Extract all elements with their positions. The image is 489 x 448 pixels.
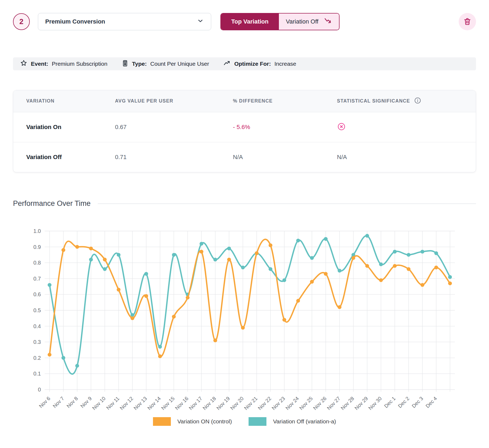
svg-text:Nov 29: Nov 29 (353, 396, 369, 411)
legend-variation-off[interactable]: Variation Off (variation-a) (249, 417, 336, 426)
meta-optimize: Optimize For: Increase (223, 60, 296, 68)
x-circle-icon (337, 127, 346, 132)
top-variation-value[interactable]: Variation Off (279, 14, 339, 30)
series-line-variation-off-variation-a- (50, 236, 450, 374)
meta-type-label: Type: (132, 61, 147, 67)
meta-type: Type: Count Per Unique User (122, 60, 209, 68)
svg-text:0.4: 0.4 (33, 323, 41, 329)
svg-text:Nov 27: Nov 27 (326, 396, 341, 411)
col-significance: STATISTICAL SIGNIFICANCE (337, 90, 476, 112)
col-variation: VARIATION (13, 90, 115, 112)
svg-text:Nov 21: Nov 21 (243, 396, 258, 411)
svg-text:0: 0 (38, 387, 41, 393)
chevron-down-icon (197, 17, 204, 26)
metric-meta-bar: Event: Premium Subscription Type: Count … (13, 57, 476, 70)
variation-name: Variation On (13, 112, 115, 142)
svg-text:Dec 3: Dec 3 (411, 396, 424, 409)
svg-text:0.9: 0.9 (33, 244, 41, 250)
svg-text:Nov 6: Nov 6 (38, 396, 51, 409)
trending-down-icon (324, 17, 332, 27)
variation-name: Variation Off (13, 142, 115, 172)
svg-text:1.0: 1.0 (33, 228, 41, 234)
svg-text:Nov 23: Nov 23 (270, 396, 286, 411)
metric-header-row: 2 Premium Conversion Top Variation Varia… (13, 13, 476, 30)
svg-text:Nov 17: Nov 17 (188, 396, 203, 411)
svg-text:Nov 26: Nov 26 (312, 396, 327, 411)
calculator-icon (122, 60, 129, 68)
meta-event-label: Event: (31, 61, 48, 67)
difference-value: - 5.6% (233, 112, 337, 142)
table-row-variation-off: Variation Off 0.71 N/A N/A (13, 142, 476, 172)
svg-text:0.1: 0.1 (33, 371, 41, 377)
star-icon (20, 60, 27, 68)
svg-text:Nov 16: Nov 16 (174, 396, 189, 411)
svg-text:0.5: 0.5 (33, 307, 41, 313)
info-icon[interactable] (414, 97, 421, 106)
chart-title-row: Performance Over Time (13, 199, 476, 208)
meta-optimize-value: Increase (275, 61, 296, 67)
svg-text:Nov 25: Nov 25 (298, 396, 314, 411)
svg-text:Nov 15: Nov 15 (160, 396, 175, 411)
chart-title: Performance Over Time (13, 199, 91, 208)
table-row-variation-on: Variation On 0.67 - 5.6% (13, 112, 476, 142)
svg-text:0.7: 0.7 (33, 276, 41, 282)
svg-text:Nov 13: Nov 13 (132, 396, 148, 411)
svg-text:Nov 8: Nov 8 (66, 396, 79, 409)
svg-text:Nov 11: Nov 11 (105, 396, 120, 411)
metric-index-badge: 2 (13, 13, 30, 30)
svg-text:Nov 19: Nov 19 (215, 396, 231, 411)
delete-metric-button[interactable] (459, 13, 476, 30)
metric-dropdown-value: Premium Conversion (45, 18, 105, 25)
title-divider (98, 203, 476, 204)
chart-legend: Variation ON (control) Variation Off (va… (13, 417, 476, 426)
svg-text:Dec 2: Dec 2 (397, 396, 410, 409)
performance-chart: 1.00.90.80.70.60.50.40.30.20.10Nov 6Nov … (13, 215, 476, 414)
legend-swatch-teal (249, 417, 266, 426)
significance-value: N/A (337, 142, 476, 172)
variation-results-table: VARIATION AVG VALUE PER USER % DIFFERENC… (13, 90, 476, 172)
svg-text:Dec 1: Dec 1 (383, 396, 397, 409)
svg-text:Dec 4: Dec 4 (425, 396, 438, 409)
svg-text:0.6: 0.6 (33, 291, 41, 297)
legend-variation-on[interactable]: Variation ON (control) (153, 417, 232, 426)
chart-area: 1.00.90.80.70.60.50.40.30.20.10Nov 6Nov … (13, 215, 476, 426)
svg-text:Nov 22: Nov 22 (257, 396, 272, 411)
difference-value: N/A (233, 142, 337, 172)
avg-value: 0.71 (115, 142, 233, 172)
top-variation-label[interactable]: Top Variation (221, 14, 279, 30)
svg-text:Nov 12: Nov 12 (119, 396, 134, 411)
col-difference: % DIFFERENCE (233, 90, 337, 112)
meta-optimize-label: Optimize For: (234, 61, 271, 67)
significance-cell (337, 112, 476, 142)
svg-text:0.8: 0.8 (33, 260, 41, 266)
metric-dropdown[interactable]: Premium Conversion (38, 13, 211, 30)
legend-label: Variation Off (variation-a) (273, 418, 336, 425)
top-variation-toggle[interactable]: Top Variation Variation Off (220, 13, 340, 30)
svg-text:0.3: 0.3 (33, 339, 41, 345)
meta-type-value: Count Per Unique User (150, 61, 209, 67)
svg-text:Nov 14: Nov 14 (146, 396, 162, 411)
svg-text:Nov 30: Nov 30 (367, 396, 383, 411)
trash-icon (463, 17, 471, 26)
svg-text:Nov 10: Nov 10 (91, 396, 106, 411)
col-avg-value: AVG VALUE PER USER (115, 90, 233, 112)
table-header-row: VARIATION AVG VALUE PER USER % DIFFERENC… (13, 90, 476, 112)
meta-event: Event: Premium Subscription (20, 60, 107, 68)
svg-text:Nov 18: Nov 18 (201, 396, 217, 411)
avg-value: 0.67 (115, 112, 233, 142)
trending-up-icon (223, 60, 231, 68)
meta-event-value: Premium Subscription (52, 61, 107, 67)
svg-text:Nov 7: Nov 7 (52, 396, 65, 409)
svg-text:Nov 20: Nov 20 (229, 396, 244, 411)
legend-swatch-orange (153, 417, 171, 426)
svg-text:0.2: 0.2 (33, 355, 41, 361)
svg-text:Nov 24: Nov 24 (284, 396, 300, 411)
experiment-metric-panel: 2 Premium Conversion Top Variation Varia… (0, 13, 489, 426)
svg-text:Nov 28: Nov 28 (340, 396, 355, 411)
legend-label: Variation ON (control) (177, 418, 232, 425)
